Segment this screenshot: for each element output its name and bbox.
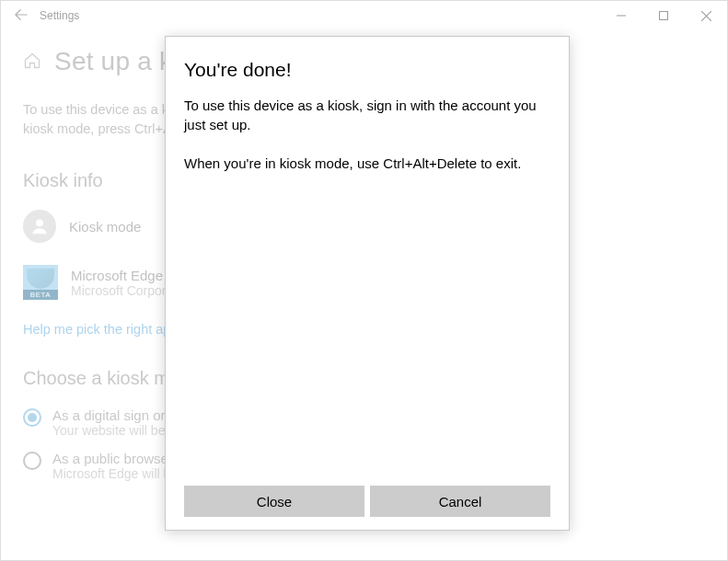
close-dialog-button[interactable]: Close — [184, 486, 364, 517]
dialog-text-2: When you're in kiosk mode, use Ctrl+Alt+… — [184, 154, 550, 173]
cancel-dialog-button[interactable]: Cancel — [370, 486, 550, 517]
dialog-title: You're done! — [184, 59, 550, 81]
dialog-buttons: Close Cancel — [184, 486, 550, 517]
dialog-text-1: To use this device as a kiosk, sign in w… — [184, 96, 550, 135]
done-dialog: You're done! To use this device as a kio… — [165, 36, 570, 531]
dialog-body: To use this device as a kiosk, sign in w… — [184, 96, 550, 191]
